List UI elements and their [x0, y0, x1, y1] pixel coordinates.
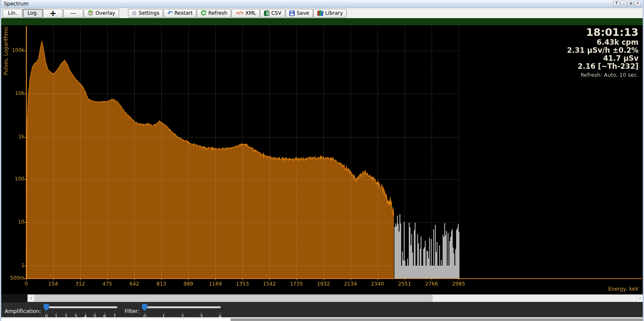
x-tick-label: 154: [49, 281, 58, 287]
x-tick-label: 1542: [263, 281, 276, 287]
x-tick-label: 2340: [371, 281, 384, 287]
y-tick-label: 500m: [1, 275, 24, 281]
bottom-window-frame: [1, 317, 643, 321]
x-tick-label: 2551: [398, 281, 411, 287]
x-tick-label: 813: [157, 281, 166, 287]
csv-button-label: CSV: [271, 10, 281, 16]
horizontal-scrollbar[interactable]: ‹ ›: [27, 294, 644, 302]
measurement-readout: 18:01:13 6.43k cpm 2.31 µSv/h ±0.2% 41.7…: [567, 27, 639, 78]
refresh-button[interactable]: Refresh: [197, 9, 231, 18]
log-button[interactable]: Log.: [23, 9, 43, 18]
scrollbar-row: ‹ ›: [1, 294, 643, 302]
filter-label: Filter:: [125, 308, 139, 314]
help-icon: ?: [615, 1, 617, 5]
x-tick-label: 1735: [290, 281, 303, 287]
floppy-icon: [289, 11, 295, 16]
amplification-label: Amplification:: [5, 308, 41, 314]
x-tick-label: 989: [184, 281, 193, 287]
filter-slider-track[interactable]: [143, 306, 221, 308]
overlay-button[interactable]: Overlay: [84, 9, 119, 18]
minimize-button[interactable]: —: [620, 1, 627, 6]
scroll-right-button[interactable]: ›: [636, 295, 643, 302]
x-tick-label: 312: [76, 281, 85, 287]
books-icon: [317, 10, 323, 16]
close-button[interactable]: ✕: [635, 1, 641, 6]
x-tick-label: 2134: [344, 281, 357, 287]
x-tick-label: 1169: [209, 281, 222, 287]
csv-button[interactable]: CSV: [260, 9, 285, 18]
close-icon: ✕: [636, 1, 640, 5]
x-tick-label: 475: [103, 281, 112, 287]
help-button[interactable]: ?: [613, 1, 620, 6]
save-button[interactable]: Save: [285, 9, 312, 18]
y-tick-label: 10k: [1, 90, 24, 96]
refresh-icon: [201, 10, 207, 16]
xml-button-label: XML: [245, 10, 256, 16]
save-button-label: Save: [296, 10, 309, 16]
window-controls: ? — ✕: [613, 1, 641, 6]
chart-area: Pulses, Logarithmic Energy, keV 01543124…: [1, 25, 643, 294]
lin-button[interactable]: Lin.: [3, 9, 22, 18]
scroll-thumb[interactable]: [35, 295, 432, 302]
minus-icon: —: [70, 9, 76, 17]
amplification-slider-track[interactable]: [45, 306, 117, 308]
window-title: Spectrum: [1, 1, 28, 7]
spreadsheet-icon: [264, 11, 269, 16]
restart-button[interactable]: ↶ Restart: [163, 9, 196, 18]
zoom-out-button[interactable]: —: [63, 9, 83, 18]
settings-button-label: Settings: [139, 10, 159, 16]
settings-button[interactable]: ⚙ Settings: [128, 9, 163, 18]
zoom-in-button[interactable]: +: [43, 9, 63, 18]
x-tick-label: 0: [24, 281, 28, 287]
y-tick-label: 1k: [1, 134, 24, 140]
plus-icon: +: [49, 8, 57, 18]
x-axis-title: Energy, keV: [608, 286, 639, 292]
toolbar: Lin. Log. + — Overlay ⚙ Settings ↶ Resta…: [1, 8, 643, 18]
time-readout: 18:01:13: [567, 27, 639, 38]
accumulated-dose-readout: 41.7 µSv: [567, 54, 639, 62]
amplification-slider-thumb[interactable]: [43, 304, 49, 311]
y-tick-label: 100: [1, 176, 24, 182]
minimize-icon: —: [622, 2, 625, 5]
y-tick-label: 1: [1, 262, 24, 268]
library-button-label: Library: [325, 10, 343, 16]
cpm-readout: 6.43k cpm: [567, 38, 639, 46]
log-button-label: Log.: [27, 10, 38, 16]
spectrum-plot[interactable]: [1, 25, 643, 294]
scroll-left-icon: ‹: [30, 295, 32, 301]
filter-slider-thumb[interactable]: [142, 304, 147, 311]
undo-icon: ↶: [167, 10, 173, 16]
xml-button[interactable]: </> XML: [231, 9, 260, 18]
restore-button[interactable]: [628, 1, 634, 6]
gear-icon: ⚙: [132, 10, 137, 16]
y-tick-label: 10: [1, 219, 24, 225]
isotope-readout: 2.16 [~Th-232]: [567, 62, 639, 70]
lin-button-label: Lin.: [8, 10, 17, 16]
x-tick-label: 2985: [452, 281, 465, 287]
slider-panel: Amplification: 01234567 Filter: 01234: [1, 302, 643, 317]
scroll-right-icon: ›: [639, 295, 641, 301]
chart-top-margin: [1, 18, 643, 25]
restart-button-label: Restart: [174, 10, 193, 16]
restore-icon: [630, 3, 632, 5]
y-tick-label: 100k: [1, 47, 24, 53]
x-tick-label: 1353: [236, 281, 249, 287]
scroll-left-button[interactable]: ‹: [28, 295, 35, 302]
library-button[interactable]: Library: [313, 9, 347, 18]
window-titlebar[interactable]: Spectrum ? — ✕: [1, 0, 643, 8]
refresh-status: Refresh: Auto, 10 sec.: [567, 72, 639, 78]
dose-rate-readout: 2.31 µSv/h ±0.2%: [567, 46, 639, 54]
x-tick-label: 1932: [317, 281, 330, 287]
spectrum-window: Spectrum ? — ✕ Lin. Log. + — Overlay ⚙: [0, 0, 644, 321]
x-tick-label: 642: [130, 281, 139, 287]
x-tick-label: 2766: [425, 281, 438, 287]
layers-icon: [87, 10, 94, 16]
overlay-button-label: Overlay: [95, 10, 115, 16]
refresh-button-label: Refresh: [208, 10, 227, 16]
